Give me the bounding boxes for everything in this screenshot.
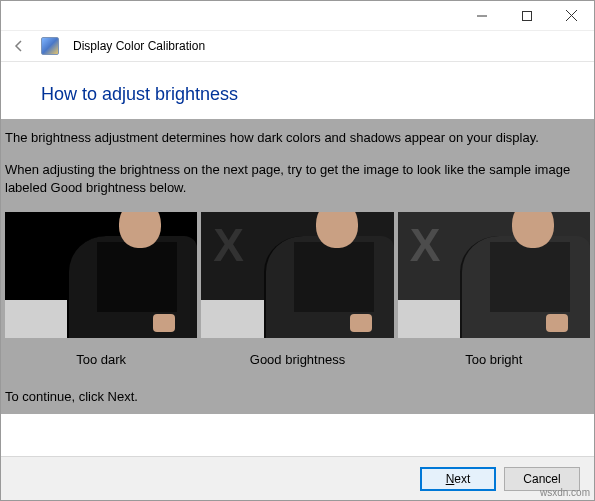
examples-row: Too dark X Good brightness X Too bright <box>1 212 594 367</box>
minimize-button[interactable] <box>459 1 504 30</box>
app-title: Display Color Calibration <box>73 39 205 53</box>
app-icon <box>41 37 59 55</box>
next-rest: ext <box>454 472 470 486</box>
example-caption: Good brightness <box>201 338 393 367</box>
close-button[interactable] <box>549 1 594 30</box>
page-heading: How to adjust brightness <box>41 84 594 105</box>
header: Display Color Calibration <box>1 31 594 62</box>
titlebar <box>1 1 594 31</box>
example-image: X <box>201 212 393 338</box>
window: Display Color Calibration How to adjust … <box>0 0 595 501</box>
example-caption: Too bright <box>398 338 590 367</box>
continue-text: To continue, click Next. <box>1 389 594 404</box>
example-good: X Good brightness <box>201 212 393 367</box>
para-1: The brightness adjustment determines how… <box>1 129 594 147</box>
content: How to adjust brightness The brightness … <box>1 62 594 456</box>
footer: Next Cancel <box>1 456 594 500</box>
para-2: When adjusting the brightness on the nex… <box>1 161 594 197</box>
example-image: X <box>398 212 590 338</box>
example-too-dark: Too dark <box>5 212 197 367</box>
example-caption: Too dark <box>5 338 197 367</box>
back-arrow-icon[interactable] <box>11 38 27 54</box>
svg-rect-1 <box>522 11 531 20</box>
watermark: wsxdn.com <box>540 487 590 498</box>
maximize-button[interactable] <box>504 1 549 30</box>
content-top: How to adjust brightness <box>1 62 594 119</box>
next-button[interactable]: Next <box>420 467 496 491</box>
example-too-bright: X Too bright <box>398 212 590 367</box>
example-image <box>5 212 197 338</box>
instruction-area: The brightness adjustment determines how… <box>1 119 594 414</box>
